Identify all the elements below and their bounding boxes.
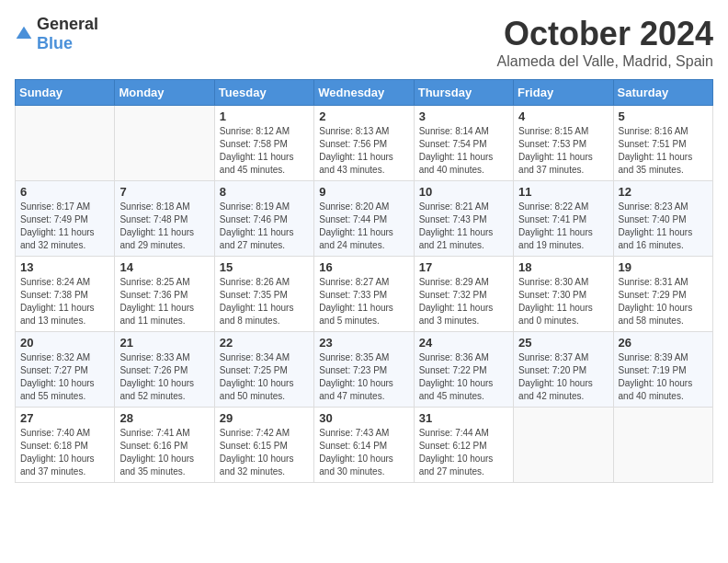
- day-detail: Sunrise: 8:35 AM Sunset: 7:23 PM Dayligh…: [319, 351, 408, 403]
- calendar-week-row: 13Sunrise: 8:24 AM Sunset: 7:38 PM Dayli…: [16, 257, 713, 332]
- calendar-cell: 16Sunrise: 8:27 AM Sunset: 7:33 PM Dayli…: [314, 257, 414, 332]
- day-detail: Sunrise: 8:20 AM Sunset: 7:44 PM Dayligh…: [319, 201, 408, 252]
- calendar-cell: 24Sunrise: 8:36 AM Sunset: 7:22 PM Dayli…: [414, 332, 513, 408]
- month-title: October 2024: [497, 15, 713, 53]
- day-number: 27: [20, 411, 109, 425]
- day-number: 23: [319, 336, 408, 350]
- day-number: 28: [119, 411, 209, 425]
- day-number: 8: [220, 185, 309, 199]
- day-number: 20: [20, 336, 109, 350]
- calendar-cell: 19Sunrise: 8:31 AM Sunset: 7:29 PM Dayli…: [613, 257, 712, 332]
- day-number: 7: [119, 185, 209, 199]
- calendar-table: Sunday Monday Tuesday Wednesday Thursday…: [15, 79, 713, 483]
- logo: General Blue: [15, 15, 98, 53]
- day-detail: Sunrise: 8:34 AM Sunset: 7:25 PM Dayligh…: [220, 351, 309, 403]
- day-number: 18: [518, 260, 608, 274]
- calendar-cell: 1Sunrise: 8:12 AM Sunset: 7:58 PM Daylig…: [214, 106, 313, 181]
- col-monday: Monday: [115, 80, 214, 106]
- calendar-cell: 7Sunrise: 8:18 AM Sunset: 7:48 PM Daylig…: [115, 181, 214, 257]
- day-detail: Sunrise: 8:29 AM Sunset: 7:32 PM Dayligh…: [419, 276, 508, 327]
- calendar-cell: 13Sunrise: 8:24 AM Sunset: 7:38 PM Dayli…: [16, 257, 115, 332]
- day-number: 4: [518, 109, 608, 123]
- calendar-cell: 28Sunrise: 7:41 AM Sunset: 6:16 PM Dayli…: [115, 408, 214, 483]
- calendar-cell: [115, 106, 214, 181]
- calendar-cell: 12Sunrise: 8:23 AM Sunset: 7:40 PM Dayli…: [613, 181, 712, 257]
- calendar-cell: 31Sunrise: 7:44 AM Sunset: 6:12 PM Dayli…: [414, 408, 513, 483]
- day-detail: Sunrise: 7:40 AM Sunset: 6:18 PM Dayligh…: [20, 427, 109, 478]
- calendar-cell: 8Sunrise: 8:19 AM Sunset: 7:46 PM Daylig…: [214, 181, 313, 257]
- calendar-cell: [16, 106, 115, 181]
- day-number: 30: [319, 411, 408, 425]
- day-number: 26: [619, 336, 708, 350]
- calendar-cell: 17Sunrise: 8:29 AM Sunset: 7:32 PM Dayli…: [414, 257, 513, 332]
- calendar-cell: 18Sunrise: 8:30 AM Sunset: 7:30 PM Dayli…: [514, 257, 613, 332]
- day-detail: Sunrise: 8:12 AM Sunset: 7:58 PM Dayligh…: [220, 125, 309, 177]
- col-friday: Friday: [514, 80, 613, 106]
- day-detail: Sunrise: 8:37 AM Sunset: 7:20 PM Dayligh…: [518, 351, 608, 403]
- day-detail: Sunrise: 8:15 AM Sunset: 7:53 PM Dayligh…: [518, 125, 608, 177]
- logo-text: General Blue: [37, 15, 98, 53]
- day-number: 14: [119, 260, 209, 274]
- calendar-cell: 4Sunrise: 8:15 AM Sunset: 7:53 PM Daylig…: [514, 106, 613, 181]
- day-detail: Sunrise: 8:36 AM Sunset: 7:22 PM Dayligh…: [419, 351, 508, 403]
- day-detail: Sunrise: 8:23 AM Sunset: 7:40 PM Dayligh…: [619, 201, 708, 252]
- day-number: 5: [619, 109, 708, 123]
- calendar-cell: 20Sunrise: 8:32 AM Sunset: 7:27 PM Dayli…: [16, 332, 115, 408]
- calendar-cell: 10Sunrise: 8:21 AM Sunset: 7:43 PM Dayli…: [414, 181, 513, 257]
- day-detail: Sunrise: 8:21 AM Sunset: 7:43 PM Dayligh…: [419, 201, 508, 252]
- calendar-cell: 5Sunrise: 8:16 AM Sunset: 7:51 PM Daylig…: [613, 106, 712, 181]
- col-thursday: Thursday: [414, 80, 513, 106]
- day-number: 17: [419, 260, 508, 274]
- day-detail: Sunrise: 8:17 AM Sunset: 7:49 PM Dayligh…: [20, 201, 109, 252]
- calendar-cell: 14Sunrise: 8:25 AM Sunset: 7:36 PM Dayli…: [115, 257, 214, 332]
- day-number: 22: [220, 336, 309, 350]
- day-detail: Sunrise: 8:30 AM Sunset: 7:30 PM Dayligh…: [518, 276, 608, 327]
- day-number: 21: [119, 336, 209, 350]
- calendar-cell: 27Sunrise: 7:40 AM Sunset: 6:18 PM Dayli…: [16, 408, 115, 483]
- day-number: 1: [220, 109, 309, 123]
- calendar-cell: 9Sunrise: 8:20 AM Sunset: 7:44 PM Daylig…: [314, 181, 414, 257]
- page-header: General Blue October 2024 Alameda del Va…: [15, 15, 713, 70]
- col-wednesday: Wednesday: [314, 80, 414, 106]
- calendar-cell: 15Sunrise: 8:26 AM Sunset: 7:35 PM Dayli…: [214, 257, 313, 332]
- calendar-cell: 21Sunrise: 8:33 AM Sunset: 7:26 PM Dayli…: [115, 332, 214, 408]
- day-number: 31: [419, 411, 508, 425]
- day-detail: Sunrise: 7:41 AM Sunset: 6:16 PM Dayligh…: [119, 427, 209, 478]
- day-detail: Sunrise: 8:32 AM Sunset: 7:27 PM Dayligh…: [20, 351, 109, 403]
- calendar-cell: 29Sunrise: 7:42 AM Sunset: 6:15 PM Dayli…: [214, 408, 313, 483]
- day-detail: Sunrise: 7:43 AM Sunset: 6:14 PM Dayligh…: [319, 427, 408, 478]
- day-detail: Sunrise: 7:44 AM Sunset: 6:12 PM Dayligh…: [419, 427, 508, 478]
- calendar-cell: 22Sunrise: 8:34 AM Sunset: 7:25 PM Dayli…: [214, 332, 313, 408]
- col-sunday: Sunday: [16, 80, 115, 106]
- day-number: 12: [619, 185, 708, 199]
- calendar-cell: 25Sunrise: 8:37 AM Sunset: 7:20 PM Dayli…: [514, 332, 613, 408]
- day-detail: Sunrise: 8:27 AM Sunset: 7:33 PM Dayligh…: [319, 276, 408, 327]
- day-detail: Sunrise: 8:33 AM Sunset: 7:26 PM Dayligh…: [119, 351, 209, 403]
- day-detail: Sunrise: 8:19 AM Sunset: 7:46 PM Dayligh…: [220, 201, 309, 252]
- day-number: 10: [419, 185, 508, 199]
- day-detail: Sunrise: 7:42 AM Sunset: 6:15 PM Dayligh…: [220, 427, 309, 478]
- logo-icon: [15, 25, 33, 43]
- calendar-cell: 30Sunrise: 7:43 AM Sunset: 6:14 PM Dayli…: [314, 408, 414, 483]
- day-number: 2: [319, 109, 408, 123]
- day-detail: Sunrise: 8:31 AM Sunset: 7:29 PM Dayligh…: [619, 276, 708, 327]
- calendar-cell: [514, 408, 613, 483]
- day-detail: Sunrise: 8:14 AM Sunset: 7:54 PM Dayligh…: [419, 125, 508, 177]
- calendar-week-row: 20Sunrise: 8:32 AM Sunset: 7:27 PM Dayli…: [16, 332, 713, 408]
- day-detail: Sunrise: 8:16 AM Sunset: 7:51 PM Dayligh…: [619, 125, 708, 177]
- day-number: 25: [518, 336, 608, 350]
- day-detail: Sunrise: 8:24 AM Sunset: 7:38 PM Dayligh…: [20, 276, 109, 327]
- day-number: 11: [518, 185, 608, 199]
- day-number: 29: [220, 411, 309, 425]
- day-detail: Sunrise: 8:25 AM Sunset: 7:36 PM Dayligh…: [119, 276, 209, 327]
- calendar-week-row: 6Sunrise: 8:17 AM Sunset: 7:49 PM Daylig…: [16, 181, 713, 257]
- calendar-cell: 3Sunrise: 8:14 AM Sunset: 7:54 PM Daylig…: [414, 106, 513, 181]
- calendar-cell: 11Sunrise: 8:22 AM Sunset: 7:41 PM Dayli…: [514, 181, 613, 257]
- location-title: Alameda del Valle, Madrid, Spain: [497, 53, 713, 70]
- col-saturday: Saturday: [613, 80, 712, 106]
- col-tuesday: Tuesday: [214, 80, 313, 106]
- day-number: 19: [619, 260, 708, 274]
- title-block: October 2024 Alameda del Valle, Madrid, …: [497, 15, 713, 70]
- calendar-cell: [613, 408, 712, 483]
- day-number: 13: [20, 260, 109, 274]
